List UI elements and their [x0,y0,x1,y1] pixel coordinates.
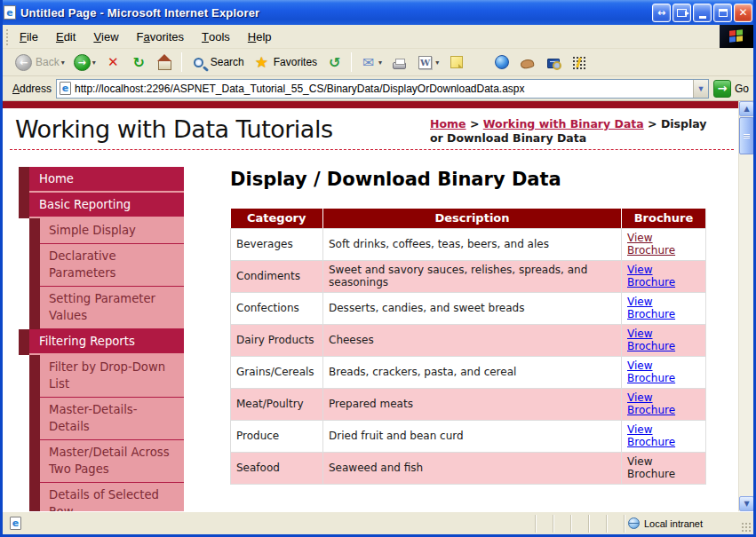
menu-item-file[interactable]: File [11,25,47,48]
view-brochure-link[interactable]: View Brochure [627,359,679,384]
address-input[interactable] [75,81,693,97]
maximize-button[interactable] [713,4,732,22]
dropdown-caret-icon: ▾ [92,59,96,67]
sidebar-item-filtering-reports[interactable]: Filtering Reports [19,329,184,355]
toolbar-button-label: Search [211,56,244,68]
menu-bar-grip[interactable] [4,28,9,45]
status-pane [553,515,571,533]
forward-circle-icon: → [74,54,91,71]
go-button[interactable]: → Go [713,80,749,98]
sidebar-accent-strip [29,287,40,329]
minimize-button[interactable] [693,4,712,22]
horizontal-arrows-icon: ↔ [657,7,665,19]
history-button[interactable]: ↺ [322,51,347,74]
messenger-button[interactable] [489,51,514,74]
page-icon [60,82,71,95]
back-circle-button[interactable]: ←Back▾ [11,51,69,74]
brochure-cell: View Brochure [622,420,706,452]
security-zone-pane: Local intranet [625,515,738,533]
forward-circle-button[interactable]: →▾ [69,51,100,74]
scroll-down-button[interactable]: ▼ [739,496,753,511]
view-brochure-link[interactable]: View Brochure [627,423,679,448]
stop-button[interactable]: ✕ [100,51,126,74]
status-pane [589,515,607,533]
sidebar-item-master-details-details[interactable]: Master-Details-Details [19,398,184,440]
search-button[interactable]: Search [186,51,249,74]
menu-item-tools[interactable]: Tools [193,25,239,48]
mail-icon: ✉ [360,54,377,71]
page-viewport: Working with Data Tutorials Home > Worki… [3,101,753,511]
sidebar-item-setting-parameter-values[interactable]: Setting Parameter Values [19,287,184,329]
toolbar-buttons: ←Back▾→▾✕↻Search★Favorites↺✉▾▾ [11,51,592,74]
dropdown-caret-icon: ▾ [435,59,439,67]
dog-icon [519,54,536,71]
menu-item-edit[interactable]: Edit [47,25,84,48]
word-edit-button[interactable]: ▾ [412,51,443,74]
print-button[interactable] [386,51,412,74]
view-brochure-link[interactable]: View Brochure [627,391,679,416]
breadcrumb-link[interactable]: Home [430,117,466,130]
sidebar-item-master-detail-across-two-pages[interactable]: Master/Detail Across Two Pages [19,440,184,483]
status-pane [607,515,625,533]
window-controls: ↔ ✕ [652,4,752,22]
close-button[interactable]: ✕ [734,4,752,22]
site-title: Working with Data Tutorials [15,115,332,143]
scroll-up-button[interactable]: ▲ [739,101,753,116]
table-row: Meat/PoultryPrepared meatsView Brochure [231,388,706,420]
window-title: Untitled Page - Microsoft Internet Explo… [20,6,652,20]
notes-button[interactable] [443,51,469,74]
menu-bar: FileEditViewFavoritesToolsHelp [3,25,753,49]
matrix-button[interactable] [566,51,592,74]
stop-icon: ✕ [105,54,122,71]
view-brochure-link[interactable]: View Brochure [627,232,679,257]
categories-table: CategoryDescriptionBrochure BeveragesSof… [230,209,706,485]
menu-item-favorites[interactable]: Favorites [128,25,193,48]
ie-logo-icon [4,5,16,20]
mail-button[interactable]: ✉▾ [355,51,386,74]
page-top-bar [3,101,753,108]
table-row: SeafoodSeaweed and fishView Brochure [231,452,706,484]
word-edit-icon [417,54,434,71]
resize-grip[interactable] [740,521,752,533]
category-cell: Beverages [231,228,323,260]
sidebar-item-basic-reporting[interactable]: Basic Reporting [19,193,184,218]
search-icon [190,54,207,71]
address-input-box: ▼ [56,79,709,99]
table-header-cell: Brochure [622,209,706,228]
view-brochure-link[interactable]: View Brochure [627,264,679,288]
view-brochure-link[interactable]: View Brochure [627,296,679,320]
favorites-button[interactable]: ★Favorites [249,51,322,74]
research-button[interactable] [540,51,566,74]
toolbar-separator [181,52,182,72]
dog-button[interactable] [514,51,540,74]
brochure-cell: View Brochure [622,260,706,292]
sidebar-item-label: Home [29,167,184,193]
sidebar-item-declarative-parameters[interactable]: Declarative Parameters [19,244,184,287]
windows-logo [720,25,753,48]
home-button[interactable] [152,51,178,74]
view-brochure-link[interactable]: View Brochure [627,328,679,352]
menu-item-view[interactable]: View [84,25,127,48]
sidebar-item-label: Basic Reporting [29,193,184,218]
address-dropdown-button[interactable]: ▼ [693,80,708,98]
sidebar-item-simple-display[interactable]: Simple Display [19,218,184,244]
scroll-thumb[interactable] [739,117,753,154]
menu-item-help[interactable]: Help [239,25,281,48]
window-extra-button-2[interactable] [672,4,691,22]
status-bar: Local intranet [3,511,753,534]
favorites-icon: ★ [253,54,270,71]
refresh-button[interactable]: ↻ [126,51,152,74]
sidebar-item-details-of-selected-row[interactable]: Details of Selected Row [19,483,184,511]
sidebar-item-filter-by-drop-down-list[interactable]: Filter by Drop-Down List [19,355,184,398]
sidebar-item-label: Declarative Parameters [40,244,184,287]
breadcrumb-link[interactable]: Working with Binary Data [483,117,644,130]
sidebar-item-label: Master/Detail Across Two Pages [40,440,184,483]
description-cell: Soft drinks, coffees, teas, beers, and a… [323,228,622,260]
toolbar-button-label: Favorites [274,56,317,68]
vertical-scrollbar[interactable]: ▲ ▼ [738,101,753,511]
sidebar-indent [19,440,29,483]
brochure-text: View Brochure [627,455,679,480]
page-title: Display / Download Binary Data [230,169,561,190]
sidebar-item-home[interactable]: Home [19,167,184,193]
window-extra-button-1[interactable]: ↔ [652,4,671,22]
